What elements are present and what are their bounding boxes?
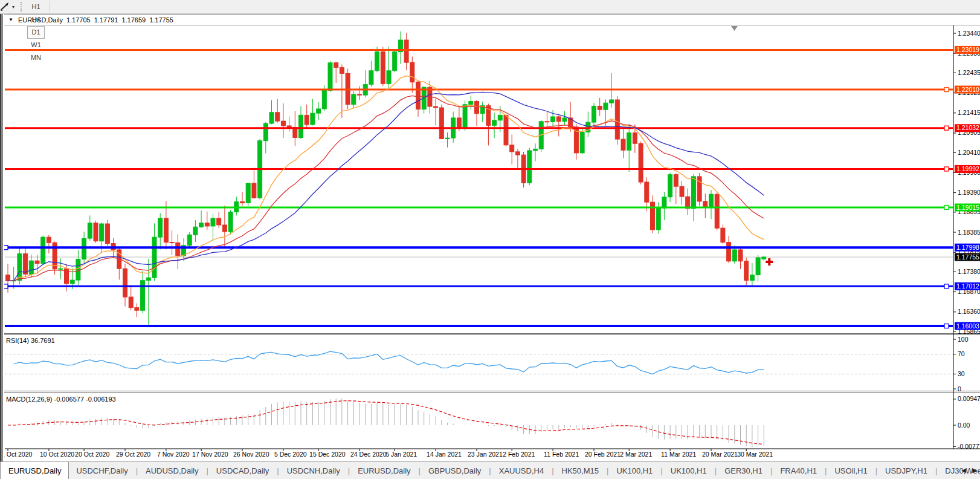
tool-dropdown-caret-icon[interactable]: ▾ [12, 4, 15, 10]
price-tag-text: 1.17012 [956, 282, 979, 290]
chart-tab-usdcaddaily[interactable]: USDCAD,Daily [209, 462, 276, 479]
candle-down [697, 177, 701, 201]
candle-up [762, 257, 766, 259]
macd-axis-label: -0.00777 [958, 443, 980, 450]
line-drag-handle[interactable] [944, 88, 949, 92]
timeframe-button-h1[interactable]: H1 [27, 1, 45, 13]
date-axis-label: 1 Oct 2020 [1, 451, 33, 458]
tab-scroll-left-icon[interactable]: ◀ [960, 466, 967, 474]
pane-separator[interactable] [0, 333, 980, 334]
candle-down [615, 100, 619, 139]
tab-scroll-right-icon[interactable]: ▶ [971, 466, 978, 474]
price-low: 1.17659 [121, 16, 146, 24]
price-high: 1.17791 [94, 16, 118, 24]
line-drag-handle[interactable] [944, 167, 949, 171]
candle-down [404, 40, 408, 62]
candle-down [639, 143, 643, 182]
chart-tab-gbpusddaily[interactable]: GBPUSD,Daily [421, 462, 488, 479]
chart-tab-ger30h1[interactable]: GER30,H1 [717, 462, 770, 479]
price-open: 1.17705 [66, 16, 91, 24]
chart-tab-uk100h1[interactable]: UK100,H1 [609, 462, 660, 479]
timeframe-button-w1[interactable]: W1 [27, 39, 45, 51]
candle-down [340, 68, 344, 74]
price-axis-label: 1.17380 [958, 268, 980, 275]
candle-down [381, 52, 385, 84]
chart-tab-eurusddaily[interactable]: EURUSD,Daily [350, 462, 417, 479]
price-tag-text: 1.16003 [956, 322, 979, 330]
chart-canvas[interactable]: 1.234401.229301.224351.219251.214151.209… [0, 0, 980, 479]
timeframe-button-h4[interactable]: H4 [27, 13, 45, 26]
date-axis-label: 14 Jan 2021 [427, 451, 462, 458]
line-drag-handle[interactable] [4, 284, 8, 288]
candle-up [498, 115, 502, 120]
candle-up [158, 218, 163, 237]
candle-down [105, 224, 109, 244]
chart-tab-fra40h1[interactable]: FRA40,H1 [773, 462, 824, 479]
line-drag-handle[interactable] [944, 284, 949, 288]
candle-down [358, 94, 362, 95]
macd-axis-label: 0.009478 [958, 395, 980, 402]
candle-down [305, 115, 309, 125]
rsi-axis-label: 30 [958, 370, 965, 377]
candle-up [76, 259, 80, 280]
toolbar-separator [49, 1, 50, 12]
date-axis-label: 5 Jan 2021 [385, 451, 417, 458]
line-drag-handle[interactable] [944, 324, 949, 328]
candle-down [410, 62, 414, 82]
date-axis-label: 11 Feb 2021 [544, 451, 579, 458]
chart-tab-eurusddaily[interactable]: EURUSD,Daily [1, 461, 69, 479]
candle-down [47, 237, 51, 243]
chart-tab-usdchfdaily[interactable]: USDCHF,Daily [69, 462, 135, 479]
candle-up [152, 237, 156, 278]
candle-up [59, 269, 63, 269]
chart-tab-xauusdh4[interactable]: XAUUSD,H4 [492, 462, 551, 479]
candle-up [610, 100, 614, 103]
trendline-tool-icon[interactable] [0, 1, 11, 12]
candle-down [727, 243, 731, 261]
candle-up [756, 258, 760, 275]
timeframe-button-d1[interactable]: D1 [27, 26, 45, 39]
candle-down [123, 269, 127, 297]
candle-up [691, 177, 695, 209]
candle-down [205, 223, 209, 226]
chart-tab-hk50m15[interactable]: HK50,M15 [555, 462, 606, 479]
chart-tab-usdcnhdaily[interactable]: USDCNH,Daily [280, 462, 347, 479]
rsi-line [14, 351, 764, 374]
price-tag-text: 1.21032 [956, 124, 979, 131]
chart-menu-triangle-icon[interactable]: ▼ [8, 17, 13, 22]
candle-up [70, 280, 74, 284]
line-drag-handle[interactable] [944, 206, 949, 210]
candle-up [187, 235, 192, 246]
candle-down [434, 106, 438, 108]
mt4-terminal: { "toolbar": { "timeframes": ["M1","M5",… [0, 0, 980, 479]
candle-down [334, 63, 338, 68]
candle-up [211, 218, 215, 226]
chart-tab-usdjpyh1[interactable]: USDJPY,H1 [878, 462, 935, 479]
candle-up [709, 194, 714, 206]
candle-up [732, 250, 737, 261]
candle-down [416, 82, 421, 109]
chart-tab-audusddaily[interactable]: AUDUSD,Daily [138, 462, 205, 479]
candle-up [18, 253, 22, 280]
price-tag: 1.16003 [955, 322, 980, 330]
candle-down [135, 308, 139, 311]
candle-down [217, 218, 221, 225]
candle-up [656, 208, 660, 230]
candle-up [580, 132, 584, 152]
candle-up [352, 94, 356, 105]
date-axis-label: 29 Oct 2020 [116, 451, 150, 458]
chart-tab-uk100h1[interactable]: UK100,H1 [663, 462, 714, 479]
date-axis-label: 15 Dec 2020 [309, 451, 346, 458]
candle-up [534, 149, 538, 151]
timeframe-button-mn[interactable]: MN [27, 51, 45, 64]
date-axis-label: 11 Mar 2021 [661, 451, 696, 458]
line-drag-handle[interactable] [4, 246, 8, 250]
pane-separator[interactable] [0, 391, 980, 391]
candle-down [170, 243, 174, 243]
candle-down [738, 250, 743, 261]
chart-tab-usoilh1[interactable]: USOil,H1 [827, 462, 874, 479]
line-drag-handle[interactable] [944, 126, 949, 130]
pane-separator [0, 334, 980, 335]
rsi-axis-label: 70 [958, 350, 965, 357]
candle-up [146, 278, 150, 281]
